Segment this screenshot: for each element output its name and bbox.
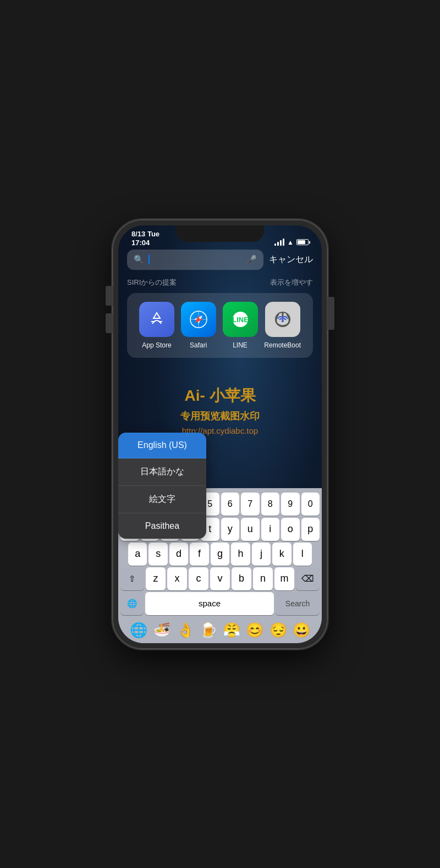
screen-content: 🔍 🎤 キャンセル SIRIからの提案 表示を増やす <box>118 250 322 446</box>
safari-icon <box>181 302 216 337</box>
emoji-smile[interactable]: 😊 <box>246 622 263 639</box>
app-item-line[interactable]: LINE LINE <box>223 302 258 349</box>
key-b[interactable]: b <box>232 567 251 590</box>
siri-suggestions-header: SIRIからの提案 表示を増やす <box>127 278 313 288</box>
search-input[interactable] <box>147 255 243 265</box>
key-j[interactable]: j <box>252 543 271 566</box>
key-n[interactable]: n <box>253 567 273 590</box>
key-0[interactable]: 0 <box>301 493 320 516</box>
key-row-3: ⇧ z x c v b n m ⌫ <box>120 567 320 590</box>
status-icons: ▲ <box>274 239 309 247</box>
key-shift[interactable]: ⇧ <box>120 567 144 590</box>
app-item-appstore[interactable]: App Store <box>139 302 174 349</box>
key-u[interactable]: u <box>241 518 260 541</box>
status-time: 8/13 Tue 17:04 <box>131 230 160 247</box>
mic-icon[interactable]: 🎤 <box>246 255 257 265</box>
watermark-title: Ai- 小苹果 <box>136 385 304 406</box>
lang-option-english[interactable]: English (US) <box>118 433 206 458</box>
key-m[interactable]: m <box>274 567 294 590</box>
key-row-2: a s d f g h j k l <box>120 543 320 566</box>
app-suggestions: App Store Safari <box>127 293 313 358</box>
key-d[interactable]: d <box>169 543 188 566</box>
signal-icon <box>274 239 284 246</box>
lang-option-emoji[interactable]: 絵文字 <box>118 486 206 513</box>
key-k[interactable]: k <box>272 543 291 566</box>
cancel-button[interactable]: キャンセル <box>269 254 313 266</box>
key-o[interactable]: o <box>281 518 300 541</box>
key-p[interactable]: p <box>301 518 320 541</box>
key-8[interactable]: 8 <box>261 493 280 516</box>
key-v[interactable]: v <box>210 567 230 590</box>
line-label: LINE <box>233 341 248 349</box>
key-g[interactable]: g <box>211 543 229 566</box>
key-h[interactable]: h <box>231 543 250 566</box>
appstore-icon <box>139 302 174 337</box>
key-6[interactable]: 6 <box>221 493 240 516</box>
emoji-globe[interactable]: 🌐 <box>130 622 147 639</box>
power-button[interactable] <box>327 297 334 330</box>
emoji-grin[interactable]: 😀 <box>293 622 310 639</box>
emoji-ok[interactable]: 👌 <box>177 622 194 639</box>
key-row-bottom: 🌐 space Search <box>120 592 320 615</box>
emoji-sad[interactable]: 😔 <box>270 622 287 639</box>
svg-point-9 <box>282 320 284 322</box>
search-icon: 🔍 <box>134 255 144 264</box>
key-9[interactable]: 9 <box>281 493 300 516</box>
search-bar-row: 🔍 🎤 キャンセル <box>127 250 313 270</box>
line-icon: LINE <box>223 302 258 337</box>
key-search[interactable]: Search <box>276 592 320 615</box>
key-delete[interactable]: ⌫ <box>296 567 320 590</box>
watermark-sub: 专用预览截图水印 <box>136 410 304 423</box>
lang-option-pasithea[interactable]: Pasithea <box>118 513 206 539</box>
app-item-remoteboot[interactable]: RemoteBoot <box>264 302 301 349</box>
key-z[interactable]: z <box>146 567 166 590</box>
battery-icon <box>296 239 309 245</box>
svg-text:LINE: LINE <box>232 316 249 324</box>
emoji-row: 🌐 🍜 👌 🍺 😤 😊 😔 😀 <box>118 617 322 643</box>
notch <box>176 225 264 242</box>
key-space[interactable]: space <box>145 592 274 615</box>
key-f[interactable]: f <box>190 543 208 566</box>
appstore-label: App Store <box>142 341 171 349</box>
key-i[interactable]: i <box>261 518 280 541</box>
key-globe[interactable]: 🌐 <box>120 592 144 615</box>
remoteboot-label: RemoteBoot <box>264 341 301 349</box>
emoji-angry[interactable]: 😤 <box>223 622 240 639</box>
key-c[interactable]: c <box>189 567 208 590</box>
cursor <box>148 255 150 264</box>
key-y[interactable]: y <box>221 518 240 541</box>
app-item-safari[interactable]: Safari <box>181 302 216 349</box>
key-a[interactable]: a <box>128 543 147 566</box>
language-picker[interactable]: English (US) 日本語かな 絵文字 Pasithea <box>118 433 206 539</box>
keyboard[interactable]: English (US) 日本語かな 絵文字 Pasithea 1 2 3 4 … <box>118 488 322 643</box>
siri-label: SIRIからの提案 <box>127 278 177 288</box>
key-x[interactable]: x <box>167 567 187 590</box>
remoteboot-icon <box>265 302 300 337</box>
lang-option-japanese[interactable]: 日本語かな <box>118 458 206 486</box>
volume-up-button[interactable] <box>106 286 113 306</box>
search-bar[interactable]: 🔍 🎤 <box>127 250 263 270</box>
key-7[interactable]: 7 <box>241 493 260 516</box>
wifi-icon: ▲ <box>287 239 294 246</box>
key-s[interactable]: s <box>148 543 167 566</box>
emoji-beer[interactable]: 🍺 <box>200 622 217 639</box>
phone-screen: 8/13 Tue 17:04 ▲ <box>118 225 322 643</box>
emoji-ramen[interactable]: 🍜 <box>153 622 170 639</box>
volume-down-button[interactable] <box>106 313 113 333</box>
show-more-button[interactable]: 表示を増やす <box>270 278 313 288</box>
key-l[interactable]: l <box>293 543 312 566</box>
safari-label: Safari <box>190 341 207 349</box>
phone-frame: 8/13 Tue 17:04 ▲ <box>113 220 327 649</box>
